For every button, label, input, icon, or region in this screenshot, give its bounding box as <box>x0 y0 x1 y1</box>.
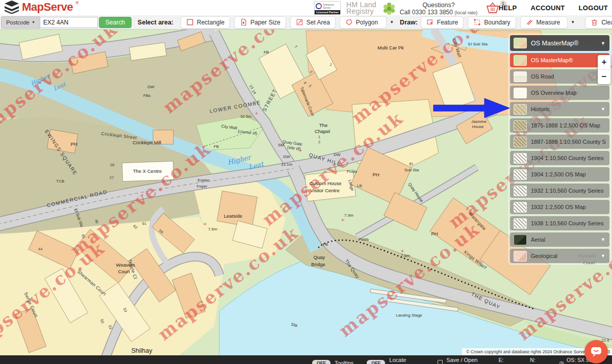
map-label: DW <box>147 85 155 89</box>
map-label: Sub Sta <box>404 168 419 172</box>
layer-item-1887-1888-1-10-560-county-series[interactable]: 1887-1888 1:10,560 County Series <box>510 135 609 149</box>
os-logo-icon <box>316 3 322 9</box>
polygon-dropdown-caret[interactable]: ▼ <box>390 20 394 24</box>
map-label: Cricklepit Mill <box>133 140 161 145</box>
zoom-in-button[interactable]: + <box>598 55 610 70</box>
rectangle-button[interactable]: Rectangle <box>181 16 230 29</box>
map-label: Court <box>118 269 130 274</box>
northing-readout: N: 92225.7 <box>530 357 553 364</box>
nav-link-logout[interactable]: LOGOUT <box>579 4 608 12</box>
layer-thumbnail <box>514 218 527 229</box>
map-label: El <box>409 162 413 166</box>
map-label: Visitor Centre <box>310 188 339 193</box>
rosette-icon <box>382 2 396 15</box>
layer-thumbnail <box>514 120 527 131</box>
nav-link-help[interactable]: HELP <box>499 4 517 12</box>
layer-item-os-road[interactable]: OS Road <box>510 69 609 84</box>
select-area-label: Select area: <box>138 19 173 26</box>
hm-land-registry-logo: HM LandRegistry <box>346 2 376 15</box>
tooltips-label: Tooltips <box>335 360 353 364</box>
layer-label: 1904 1:10,560 County Series <box>531 155 604 161</box>
search-button[interactable]: Search <box>99 17 132 28</box>
search-input[interactable] <box>40 17 98 28</box>
layer-thumbnail <box>514 55 527 66</box>
map-label: FBs <box>143 93 150 98</box>
layer-label: Historic <box>531 106 550 112</box>
layer-item-1904-1-10-560-county-series[interactable]: 1904 1:10,560 County Series <box>510 151 609 165</box>
layer-item-geological[interactable]: Geological▼ <box>510 249 609 263</box>
postcode-dropdown[interactable]: Postcode▼ <box>1 16 40 29</box>
chevron-down-icon: ▼ <box>601 41 605 46</box>
locate-property-toggle[interactable]: OFF <box>367 360 385 364</box>
questions-block: Questions? Call 0330 133 3850 (local rat… <box>398 2 479 16</box>
map-label: + <box>299 147 302 153</box>
map-label: Foyer <box>197 184 208 189</box>
layer-item-1875-1888-1-2-500-os-map[interactable]: 1875-1888 1:2,500 OS Map <box>510 118 609 133</box>
map-label: Quay <box>314 254 325 260</box>
map-label: Weavers <box>116 262 135 268</box>
layer-item-historic[interactable]: Historic▼ <box>510 102 609 116</box>
map-label: 44 <box>38 247 42 251</box>
map-label: House <box>472 124 484 129</box>
set-area-button[interactable]: Set Area <box>290 16 336 29</box>
measure-button[interactable]: Measure <box>520 16 568 29</box>
polygon-icon <box>345 18 353 26</box>
map-label: Jasmine <box>471 119 487 124</box>
layer-label: OS Road <box>531 73 554 80</box>
map-label: 2 <box>318 140 320 144</box>
brand-logo[interactable]: MapServe ® <box>4 1 79 14</box>
save-area-checkbox[interactable] <box>438 360 443 364</box>
boundary-icon <box>473 18 481 26</box>
layer-label: 1887-1888 1:10,560 County Series <box>531 139 606 145</box>
layer-item-os-overview-map[interactable]: OS Overview Map <box>510 86 609 100</box>
map-label: PH <box>372 172 379 177</box>
map-label: El Sub Sta <box>468 42 488 46</box>
layer-item-1932-1-2-500-os-map[interactable]: 1932 1:2,500 OS Map <box>510 200 609 214</box>
layer-item-1938-1-10-560-county-series[interactable]: 1938 1:10,560 County Series <box>510 216 609 230</box>
map-label: The X Centre <box>133 168 162 174</box>
layer-thumbnail <box>514 251 527 262</box>
layer-group-header[interactable]: OS MasterMap® ▼ <box>510 35 609 51</box>
layer-thumbnail <box>514 137 527 147</box>
layer-item-1932-1-10-560-county-series[interactable]: 1932 1:10,560 County Series <box>510 184 609 198</box>
nav-link-account[interactable]: ACCOUNT <box>531 4 565 12</box>
cart-icon <box>485 2 500 14</box>
tooltips-toggle[interactable]: OFF <box>312 360 330 364</box>
clear-all-button[interactable]: Clear All <box>585 16 612 29</box>
map-label: + <box>341 217 344 223</box>
measure-dropdown-caret[interactable]: ▼ <box>571 20 575 24</box>
map-label: + <box>203 221 207 227</box>
boundary-button[interactable]: Boundary <box>468 16 516 29</box>
layer-thumbnail <box>514 186 527 196</box>
map-label: 13.1m <box>281 162 293 167</box>
layer-item-aerial[interactable]: Aerial▼ <box>510 232 609 247</box>
feature-button[interactable]: Feature <box>421 16 464 29</box>
paper-size-button[interactable]: Paper Size <box>234 16 286 29</box>
map-label: 61 <box>142 221 146 226</box>
locate-property-label: Locate Property <box>389 357 424 364</box>
chevron-down-icon: ▼ <box>601 107 605 112</box>
layer-label: 1875-1888 1:2,500 OS Map <box>531 122 600 128</box>
map-label: Multi Car Pk <box>377 45 404 50</box>
questions-label: Questions? <box>398 2 479 9</box>
chevron-down-icon: ▼ <box>601 253 605 258</box>
layer-panel: OS MasterMap® ▼ OS MasterMap®OS RoadOS O… <box>508 34 611 265</box>
map-label: Landing Stage <box>396 313 422 318</box>
map-label: + <box>401 248 404 254</box>
layer-thumbnail <box>514 153 527 164</box>
chat-launcher-button[interactable] <box>584 340 608 363</box>
feature-icon <box>426 18 434 26</box>
layer-item-1904-1-2-500-os-map[interactable]: 1904 1:2,500 OS Map <box>510 167 609 181</box>
zoom-out-button[interactable]: − <box>598 70 610 84</box>
rectangle-icon <box>186 18 194 26</box>
map-label: Custom House <box>310 180 342 186</box>
map-label: 1 <box>318 135 320 139</box>
polygon-button[interactable]: Polygon <box>340 16 387 29</box>
layer-item-os-mastermap-[interactable]: OS MasterMap® <box>510 53 609 67</box>
layer-thumbnail <box>514 104 527 115</box>
map-label: Shilhay <box>132 347 153 354</box>
map-label: PH <box>431 231 438 237</box>
measure-icon <box>526 18 533 26</box>
map-label: FB <box>264 50 269 55</box>
partner-logos: OrdnanceSurvey Licensed Partner HM LandR… <box>314 1 396 15</box>
